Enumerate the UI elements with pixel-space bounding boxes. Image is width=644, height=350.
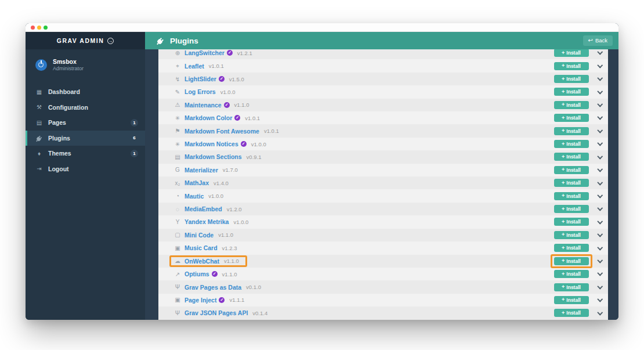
plugin-name-link[interactable]: MediaEmbed [184, 205, 222, 212]
chevron-down-icon[interactable] [597, 309, 602, 315]
zoom-window-button[interactable] [44, 26, 48, 30]
chevron-down-icon[interactable] [597, 140, 602, 146]
chevron-down-icon[interactable] [597, 232, 602, 237]
sidebar-item-configuration[interactable]: ⚒ Configuration [26, 100, 145, 116]
plugin-name-link[interactable]: Grav JSON Pages API [184, 309, 248, 316]
plugin-title-group: ↯ LightSlider ✓ v1.5.0 [169, 73, 252, 85]
plugin-name-link[interactable]: Markdown Color [184, 114, 232, 121]
chevron-down-icon[interactable] [597, 297, 602, 302]
install-button[interactable]: + Install [554, 166, 589, 174]
back-button[interactable]: ↩ Back [583, 35, 613, 46]
plugin-name-link[interactable]: Markdown Sections [184, 153, 242, 160]
plugin-name-link[interactable]: Materializer [184, 167, 218, 174]
install-button-wrap: + Install [551, 254, 592, 268]
chevron-down-icon[interactable] [597, 153, 602, 158]
chevron-down-icon[interactable] [597, 63, 602, 68]
brand-label: GRAV ADMIN [57, 37, 104, 44]
chevron-down-icon[interactable] [597, 205, 602, 211]
chevron-down-icon[interactable] [597, 193, 602, 198]
install-button[interactable]: + Install [554, 140, 589, 148]
minimize-window-button[interactable] [37, 26, 41, 30]
install-button[interactable]: + Install [554, 205, 589, 213]
close-window-button[interactable] [31, 26, 35, 30]
plugin-name-link[interactable]: LightSlider [184, 75, 216, 82]
plugin-version: v1.1.0 [224, 258, 239, 264]
install-button-wrap: + Install [551, 72, 592, 86]
plugin-name-link[interactable]: MathJax [184, 179, 209, 186]
sidebar-item-label: Configuration [48, 104, 138, 111]
plugin-name-link[interactable]: Mautic [184, 193, 204, 200]
pie-chart-icon: ◔ [173, 193, 182, 199]
sidebar-item-pages[interactable]: ▤ Pages 1 [26, 115, 145, 131]
arrow-circle-right-icon[interactable]: → [107, 38, 114, 44]
chevron-down-icon[interactable] [597, 75, 602, 81]
plus-icon: + [562, 207, 565, 212]
chevron-down-icon[interactable] [597, 258, 602, 263]
install-button[interactable]: + Install [554, 62, 589, 70]
install-button[interactable]: + Install [554, 127, 589, 135]
install-button[interactable]: + Install [554, 244, 589, 252]
chevron-down-icon[interactable] [597, 128, 602, 133]
install-button[interactable]: + Install [554, 88, 589, 96]
install-button[interactable]: + Install [554, 49, 589, 57]
install-button[interactable]: + Install [554, 75, 589, 83]
chevron-down-icon[interactable] [597, 167, 602, 172]
plugin-title-group: ▤ Markdown Sections v0.9.1 [169, 151, 270, 163]
chevron-down-icon[interactable] [597, 114, 602, 120]
sidebar-item-label: Pages [48, 119, 131, 126]
sidebar-item-themes[interactable]: ♦ Themes 1 [26, 146, 145, 161]
install-button[interactable]: + Install [554, 114, 589, 122]
sidebar-item-dashboard[interactable]: ▦ Dashboard [26, 84, 145, 100]
plugin-name-link[interactable]: LangSwitcher [184, 49, 225, 56]
plugin-name-link[interactable]: Maintenance [184, 102, 222, 109]
subscript-icon: x₂ [173, 180, 182, 186]
install-button[interactable]: + Install [554, 179, 589, 187]
install-button[interactable]: + Install [554, 283, 589, 291]
plugin-row: ▢ Mini Code v1.1.0 + Install [158, 229, 608, 241]
warning-icon: ⚠ [173, 102, 182, 108]
plugin-version: v1.4.0 [214, 180, 229, 186]
install-button[interactable]: + Install [554, 153, 589, 161]
plugin-version: v0.9.1 [247, 154, 262, 160]
verified-badge-icon: ✓ [219, 297, 225, 303]
plugin-name-link[interactable]: Leaflet [184, 63, 204, 70]
plugin-name-link[interactable]: Markdown Notices [184, 140, 238, 147]
plugin-name-link[interactable]: Page Inject [184, 297, 216, 304]
install-button[interactable]: + Install [554, 296, 589, 304]
install-button[interactable]: + Install [554, 218, 589, 226]
plugin-name-link[interactable]: Optiums [184, 270, 209, 277]
spinner-icon: ◌ [173, 206, 182, 212]
plugin-row: ☁ OnWebChat v1.1.0 + Install [158, 255, 608, 268]
chevron-down-icon[interactable] [597, 102, 602, 107]
plugin-name-link[interactable]: Log Errors [184, 88, 216, 95]
chevron-down-icon[interactable] [597, 218, 602, 223]
plus-icon: + [562, 297, 565, 302]
chevron-down-icon[interactable] [597, 283, 602, 288]
install-button[interactable]: + Install [554, 309, 589, 317]
chevron-down-icon[interactable] [597, 270, 602, 276]
plugin-name-link[interactable]: Grav Pages as Data [184, 284, 241, 291]
sidebar-item-logout[interactable]: ⇥ Logout [26, 161, 145, 177]
install-button[interactable]: + Install [554, 257, 589, 265]
plugin-name-link[interactable]: OnWebChat [184, 258, 219, 265]
plugin-name-link[interactable]: Mini Code [184, 232, 214, 239]
sidebar-item-plugins[interactable]: Plugins 6 [26, 131, 145, 146]
chevron-down-icon[interactable] [597, 179, 602, 185]
plugin-name-link[interactable]: Markdown Font Awesome [184, 128, 259, 135]
install-button[interactable]: + Install [554, 101, 589, 109]
chevron-down-icon[interactable] [597, 244, 602, 250]
plugin-version: v1.0.1 [264, 128, 279, 134]
install-button-wrap: + Install [551, 202, 592, 216]
plugin-name-link[interactable]: Music Card [184, 244, 218, 251]
install-button[interactable]: + Install [554, 192, 589, 200]
chevron-down-icon[interactable] [597, 88, 602, 93]
plugin-name-link[interactable]: Yandex Metrika [184, 218, 229, 225]
plugin-list-panel[interactable]: ⊕ LangSwitcher ✓ v1.2.1 + Install ⌖ Leaf… [158, 49, 608, 320]
user-profile[interactable]: Smsbox Administrator [26, 49, 145, 78]
plugin-version: v1.0.1 [245, 115, 260, 121]
plugin-version: v1.1.1 [229, 297, 244, 303]
chevron-down-icon[interactable] [597, 49, 602, 55]
install-button[interactable]: + Install [554, 231, 589, 239]
install-button[interactable]: + Install [554, 270, 589, 278]
grav-icon: Ψ [173, 284, 182, 290]
